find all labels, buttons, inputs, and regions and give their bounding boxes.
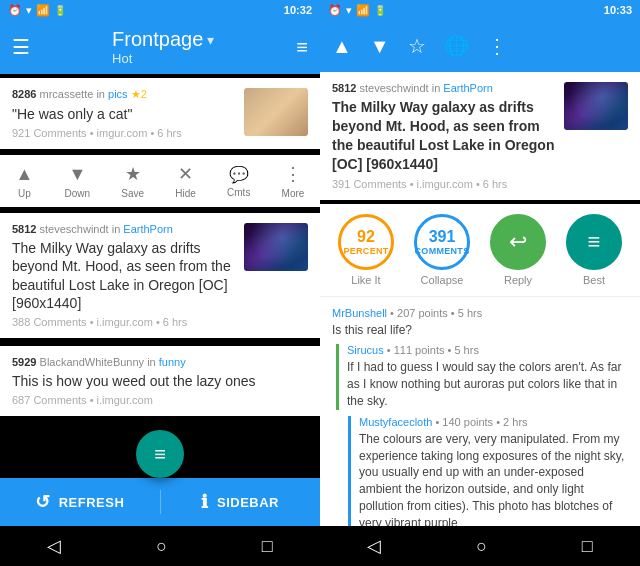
- vote-bar: 92 PERCENT Like It 391 COMMENTS Collapse…: [320, 204, 640, 297]
- save-button[interactable]: ★ Save: [121, 163, 144, 199]
- right-status-icons: ⏰ ▾ 📶 🔋: [328, 4, 386, 17]
- globe-header-icon[interactable]: 🌐: [444, 34, 469, 58]
- right-post-title: The Milky Way galaxy as drifts beyond Mt…: [332, 98, 556, 174]
- star-icon: ★: [125, 163, 141, 185]
- post-2-sub: EarthPorn: [123, 223, 173, 235]
- signal-icon: 📶: [36, 4, 50, 17]
- back-button[interactable]: ◁: [47, 535, 61, 557]
- comment-1-meta: MrBunshell • 207 points • 5 hrs: [332, 307, 628, 319]
- info-icon: ℹ: [201, 491, 209, 513]
- comment-3-meta: Mustyfacecloth • 140 points • 2 hrs: [359, 416, 628, 428]
- reply-button[interactable]: ↩: [490, 214, 546, 270]
- hide-label: Hide: [175, 188, 196, 199]
- post-1-meta: 8286 mrcassette in pics ★2: [12, 88, 236, 101]
- post-2-time: 6 hrs: [163, 316, 187, 328]
- left-nav-bar: ◁ ○ □: [0, 526, 320, 566]
- vote-up-header-icon[interactable]: ▲: [332, 35, 352, 58]
- right-header: ▲ ▼ ☆ 🌐 ⋮: [320, 20, 640, 72]
- comment-3-pts: 140 points: [442, 416, 493, 428]
- post-card-3[interactable]: 5929 BlackandWhiteBunny in funny This is…: [0, 346, 320, 416]
- post-1-source: imgur.com: [97, 127, 148, 139]
- right-header-icons: ▲ ▼ ☆ 🌐 ⋮: [332, 34, 507, 58]
- right-panel: ⏰ ▾ 📶 🔋 10:33 ▲ ▼ ☆ 🌐 ⋮ 5812 steves: [320, 0, 640, 566]
- reply-sub: Reply: [504, 274, 532, 286]
- post-1-footer: 921 Comments • imgur.com • 6 hrs: [12, 127, 236, 139]
- post-1-sub: pics: [108, 88, 128, 100]
- right-back-button[interactable]: ◁: [367, 535, 381, 557]
- recents-button[interactable]: □: [262, 536, 273, 557]
- post-2-footer: 388 Comments • i.imgur.com • 6 hrs: [12, 316, 236, 328]
- post-3-sub: funny: [159, 356, 186, 368]
- right-wifi-icon: ▾: [346, 4, 352, 17]
- refresh-button[interactable]: ↺ REFRESH: [0, 478, 160, 526]
- post-1-thumb: [244, 88, 308, 136]
- right-home-button[interactable]: ○: [476, 536, 487, 557]
- cmts-label: Cmts: [227, 187, 250, 198]
- more-button[interactable]: ⋮ More: [282, 163, 305, 199]
- comment-1-user[interactable]: MrBunshell: [332, 307, 387, 319]
- post-3-comments: 687 Comments: [12, 394, 87, 406]
- right-post-comments: 391 Comments: [332, 178, 407, 190]
- header-title-group: Frontpage ▾ Hot: [112, 28, 214, 66]
- filter-icon[interactable]: ≡: [296, 36, 308, 59]
- down-label: Down: [65, 188, 91, 199]
- right-post-footer: 391 Comments • i.imgur.com • 6 hrs: [332, 178, 556, 190]
- right-battery-icon: 🔋: [374, 5, 386, 16]
- left-status-bar: ⏰ ▾ 📶 🔋 10:32: [0, 0, 320, 20]
- up-label: Up: [18, 188, 31, 199]
- overflow-header-icon[interactable]: ⋮: [487, 34, 507, 58]
- action-bar: ▲ Up ▼ Down ★ Save ✕ Hide 💬 Cmts ⋮ More: [0, 155, 320, 207]
- post-3-user: BlackandWhiteBunny: [40, 356, 145, 368]
- like-percent: 92: [357, 228, 375, 246]
- post-card-1[interactable]: 8286 mrcassette in pics ★2 "He was only …: [0, 78, 320, 149]
- like-sub: Like It: [351, 274, 380, 286]
- vote-down-header-icon[interactable]: ▼: [370, 35, 390, 58]
- post-3-meta: 5929 BlackandWhiteBunny in funny: [12, 356, 308, 368]
- comment-3-user[interactable]: Mustyfacecloth: [359, 416, 432, 428]
- bookmark-header-icon[interactable]: ☆: [408, 34, 426, 58]
- up-button[interactable]: ▲ Up: [16, 164, 34, 199]
- best-item: ≡ Best: [566, 214, 622, 286]
- menu-icon[interactable]: ☰: [12, 35, 30, 59]
- right-recents-button[interactable]: □: [582, 536, 593, 557]
- down-button[interactable]: ▼ Down: [65, 164, 91, 199]
- app-title: Frontpage: [112, 28, 203, 51]
- comment-2: Sirucus • 111 points • 5 hrs If I had to…: [336, 344, 628, 409]
- save-label: Save: [121, 188, 144, 199]
- hide-button[interactable]: ✕ Hide: [175, 163, 196, 199]
- fab-button[interactable]: ≡: [136, 430, 184, 478]
- x-icon: ✕: [178, 163, 193, 185]
- more-icon: ⋮: [284, 163, 302, 185]
- right-post-source: i.imgur.com: [417, 178, 473, 190]
- right-time: 10:33: [604, 4, 632, 16]
- post-2-title: The Milky Way galaxy as drifts beyond Mt…: [12, 239, 236, 312]
- left-header: ☰ Frontpage ▾ Hot ≡: [0, 20, 320, 74]
- wifi-icon: ▾: [26, 4, 32, 17]
- post-3-score: 5929: [12, 356, 36, 368]
- like-it-button[interactable]: 92 PERCENT: [338, 214, 394, 270]
- left-panel: ⏰ ▾ 📶 🔋 10:32 ☰ Frontpage ▾ Hot ≡ 8286 m…: [0, 0, 320, 566]
- comments-section: MrBunshell • 207 points • 5 hrs Is this …: [320, 297, 640, 526]
- home-button[interactable]: ○: [156, 536, 167, 557]
- post-2-comments: 388 Comments: [12, 316, 87, 328]
- right-post-meta: 5812 steveschwindt in EarthPorn: [332, 82, 556, 94]
- left-status-icons: ⏰ ▾ 📶 🔋: [8, 4, 66, 17]
- comment-1-points: •: [390, 307, 397, 319]
- best-button[interactable]: ≡: [566, 214, 622, 270]
- post-1-comments: 921 Comments: [12, 127, 87, 139]
- comments-button[interactable]: 💬 Cmts: [227, 165, 250, 198]
- reply-icon: ↩: [509, 229, 527, 255]
- comment-2-text: If I had to guess I would say the colors…: [347, 359, 628, 409]
- comment-2-user[interactable]: Sirucus: [347, 344, 384, 356]
- comments-label: COMMENTS: [415, 246, 470, 256]
- collapse-button[interactable]: 391 COMMENTS: [414, 214, 470, 270]
- right-content: 5812 steveschwindt in EarthPorn The Milk…: [320, 72, 640, 526]
- sidebar-button[interactable]: ℹ SIDEBAR: [161, 478, 321, 526]
- comment-3-ago: 2 hrs: [503, 416, 527, 428]
- reply-item: ↩ Reply: [490, 214, 546, 286]
- post-card-2[interactable]: 5812 steveschwindt in EarthPorn The Milk…: [0, 213, 320, 338]
- right-post-thumb: [564, 82, 628, 130]
- post-1-score: 8286: [12, 88, 36, 100]
- right-post-score: 5812: [332, 82, 356, 94]
- right-post-card: 5812 steveschwindt in EarthPorn The Milk…: [320, 72, 640, 200]
